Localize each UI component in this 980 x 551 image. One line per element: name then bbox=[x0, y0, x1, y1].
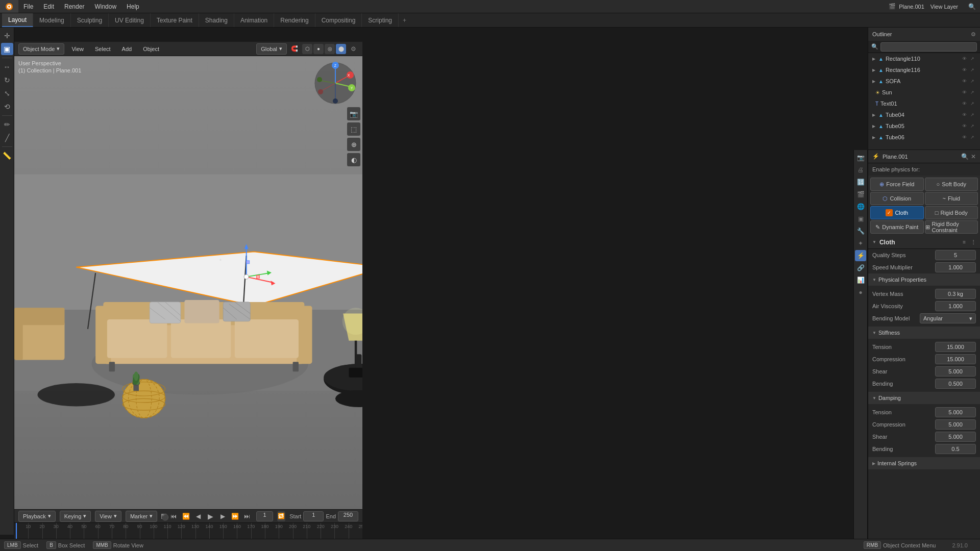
outliner-item-tube04[interactable]: ▶ ▲ Tube04 👁 ↗ bbox=[868, 109, 980, 120]
outliner-search-input[interactable] bbox=[880, 42, 977, 52]
outliner-item-sofa[interactable]: ▶ ▲ SOFA 👁 ↗ bbox=[868, 76, 980, 87]
outliner-item-tube05[interactable]: ▶ ▲ Tube05 👁 ↗ bbox=[868, 120, 980, 132]
orientation-dropdown[interactable]: Global ▾ bbox=[256, 43, 287, 55]
physical-props-header[interactable]: ▼ Physical Properties bbox=[868, 273, 980, 286]
object-menu[interactable]: Object bbox=[139, 43, 163, 55]
cursor-tool[interactable]: ✛ bbox=[1, 30, 13, 42]
render-view-toggle[interactable]: ⬤ bbox=[336, 44, 346, 54]
speed-multiplier-value[interactable]: 1.000 bbox=[935, 262, 976, 272]
bending-model-dropdown[interactable]: Angular ▾ bbox=[920, 313, 976, 323]
view-layer-props-icon[interactable]: 🔢 bbox=[855, 177, 866, 188]
xray-btn[interactable]: ◐ bbox=[347, 153, 360, 166]
material-props-icon[interactable]: ● bbox=[855, 287, 866, 298]
menu-edit[interactable]: Edit bbox=[38, 0, 59, 13]
force-field-btn[interactable]: ⊕ Force Field bbox=[870, 178, 924, 191]
dynamic-paint-btn[interactable]: ✎ Dynamic Paint bbox=[870, 220, 924, 234]
air-viscosity-value[interactable]: 1.000 bbox=[935, 301, 976, 311]
loop-btn[interactable]: 🔁 bbox=[277, 511, 285, 521]
world-props-icon[interactable]: 🌐 bbox=[855, 201, 866, 212]
tab-animation[interactable]: Animation bbox=[234, 13, 274, 27]
current-frame-input[interactable]: 1 bbox=[256, 511, 273, 521]
props-close-icon[interactable]: ✕ bbox=[971, 153, 976, 160]
tab-scripting[interactable]: Scripting bbox=[362, 13, 399, 27]
stiffness-bending-value[interactable]: 0.500 bbox=[935, 379, 976, 389]
rigid-body-btn[interactable]: □ Rigid Body bbox=[925, 206, 978, 219]
solid-view-toggle[interactable]: ● bbox=[313, 44, 324, 54]
damping-header[interactable]: ▼ Damping bbox=[868, 392, 980, 404]
cloth-more-btn[interactable]: ⋮ bbox=[971, 239, 976, 245]
tab-texture-paint[interactable]: Texture Paint bbox=[151, 13, 199, 27]
damping-bending-value[interactable]: 0.5 bbox=[935, 444, 976, 454]
cloth-btn[interactable]: ✓ Cloth bbox=[870, 206, 924, 219]
main-viewport[interactable]: + User Perspective (1) Collection | Plan… bbox=[14, 56, 362, 509]
measure-tool[interactable]: 📏 bbox=[1, 149, 13, 162]
global-search-icon[interactable]: 🔍 bbox=[964, 3, 980, 10]
object-props-icon[interactable]: ▣ bbox=[855, 213, 866, 224]
jump-end-btn[interactable]: ⏭ bbox=[242, 511, 252, 521]
outliner-item-tube06[interactable]: ▶ ▲ Tube06 👁 ↗ bbox=[868, 132, 980, 140]
marker-dropdown[interactable]: Marker ▾ bbox=[126, 511, 157, 522]
tab-sculpting[interactable]: Sculpting bbox=[71, 13, 109, 27]
camera-view-btn[interactable]: 📷 bbox=[347, 107, 360, 120]
rigid-body-constraint-btn[interactable]: ⊞ Rigid Body Constraint bbox=[925, 220, 978, 234]
jump-start-btn[interactable]: ⏮ bbox=[168, 511, 179, 521]
soft-body-btn[interactable]: ○ Soft Body bbox=[925, 178, 978, 191]
view-menu[interactable]: View bbox=[67, 43, 88, 55]
tab-compositing[interactable]: Compositing bbox=[315, 13, 362, 27]
particle-props-icon[interactable]: ✦ bbox=[855, 238, 866, 249]
play-btn[interactable]: ▶ bbox=[205, 511, 215, 521]
select-menu[interactable]: Select bbox=[91, 43, 115, 55]
scale-tool[interactable]: ⤡ bbox=[1, 87, 13, 99]
outliner-item-rectangle110[interactable]: ▶ ▲ Rectangle110 👁 ↗ bbox=[868, 53, 980, 64]
stiffness-tension-value[interactable]: 15.000 bbox=[935, 342, 976, 352]
scene-props-icon[interactable]: 🎬 bbox=[855, 189, 866, 200]
prev-frame-btn[interactable]: ◀ bbox=[193, 511, 203, 521]
object-mode-dropdown[interactable]: Object Mode ▾ bbox=[18, 43, 64, 55]
annotate-tool[interactable]: ✏ bbox=[1, 118, 13, 131]
next-frame-btn[interactable]: ▶ bbox=[217, 511, 228, 521]
output-props-icon[interactable]: 🖨 bbox=[855, 164, 866, 176]
props-search-icon[interactable]: 🔍 bbox=[961, 153, 969, 160]
transform-tool[interactable]: ⟲ bbox=[1, 101, 13, 113]
constraints-props-icon[interactable]: 🔗 bbox=[855, 262, 866, 273]
data-props-icon[interactable]: 📊 bbox=[855, 274, 866, 286]
frame-dot[interactable]: ⚫ bbox=[161, 514, 166, 519]
add-workspace-button[interactable]: + bbox=[399, 13, 410, 27]
damping-shear-value[interactable]: 5.000 bbox=[935, 432, 976, 442]
view-dropdown[interactable]: View ▾ bbox=[95, 511, 121, 522]
next-keyframe-btn[interactable]: ⏩ bbox=[230, 511, 240, 521]
cloth-preset-btn[interactable]: ≡ bbox=[963, 239, 966, 245]
tab-shading[interactable]: Shading bbox=[199, 13, 234, 27]
end-frame-input[interactable]: 250 bbox=[338, 511, 358, 521]
physics-props-icon[interactable]: ⚡ bbox=[855, 250, 866, 261]
material-view-toggle[interactable]: ◎ bbox=[325, 44, 335, 54]
snap-controls[interactable]: 🧲 bbox=[289, 45, 300, 52]
tab-uv-editing[interactable]: UV Editing bbox=[109, 13, 151, 27]
damping-tension-value[interactable]: 5.000 bbox=[935, 407, 976, 417]
menu-file[interactable]: File bbox=[18, 0, 38, 13]
fluid-btn[interactable]: ~ Fluid bbox=[925, 192, 978, 205]
viewport-options-btn[interactable]: ⚙ bbox=[348, 44, 358, 54]
damping-compression-value[interactable]: 5.000 bbox=[935, 419, 976, 430]
add-menu[interactable]: Add bbox=[118, 43, 136, 55]
tab-modeling[interactable]: Modeling bbox=[33, 13, 71, 27]
collision-btn[interactable]: ⬡ Collision bbox=[870, 192, 924, 205]
menu-window[interactable]: Window bbox=[89, 0, 121, 13]
render-props-icon[interactable]: 📷 bbox=[855, 152, 866, 163]
blender-logo[interactable] bbox=[0, 0, 18, 13]
tab-rendering[interactable]: Rendering bbox=[274, 13, 315, 27]
wireframe-toggle[interactable]: ⬡ bbox=[302, 44, 312, 54]
vertex-mass-value[interactable]: 0.3 kg bbox=[935, 289, 976, 299]
render-region-btn[interactable]: ⬚ bbox=[347, 122, 360, 136]
outliner-item-text01[interactable]: T Text01 👁 ↗ bbox=[868, 98, 980, 109]
outliner-item-rectangle116[interactable]: ▶ ▲ Rectangle116 👁 ↗ bbox=[868, 64, 980, 76]
cloth-section-header[interactable]: ▼ Cloth ≡ ⋮ bbox=[868, 236, 980, 249]
keying-dropdown[interactable]: Keying ▾ bbox=[60, 511, 91, 522]
select-tool[interactable]: ▣ bbox=[1, 43, 13, 55]
quality-steps-value[interactable]: 5 bbox=[935, 250, 976, 260]
move-tool[interactable]: ↔ bbox=[1, 61, 13, 73]
menu-help[interactable]: Help bbox=[121, 0, 144, 13]
playback-dropdown[interactable]: Playback ▾ bbox=[18, 511, 56, 522]
outliner-filter-icon[interactable]: ⚙ bbox=[971, 31, 976, 38]
rotate-tool[interactable]: ↻ bbox=[1, 74, 13, 86]
